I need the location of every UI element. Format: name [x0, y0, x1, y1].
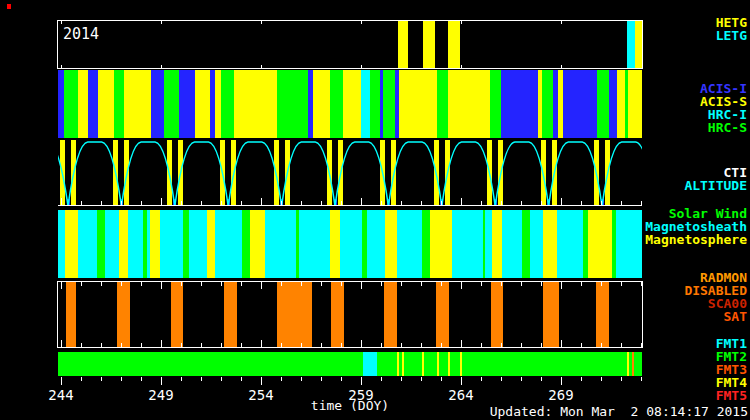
band-label-sca00: SCA00	[547, 297, 747, 310]
axis-tick	[461, 65, 462, 68]
axis-tick	[281, 201, 282, 205]
band-segment-yellow	[313, 70, 330, 138]
axis-tick	[421, 201, 422, 205]
band-segment-yellow	[250, 210, 265, 278]
band-label-fmt5: FMT5	[547, 389, 747, 402]
band-segment-yellow	[195, 70, 210, 138]
axis-tick	[281, 343, 282, 347]
chandra-schedule-plot: 2014 244249254259264269 time (DOY) Updat…	[0, 0, 750, 420]
axis-tick	[241, 201, 242, 205]
axis-tick	[401, 282, 402, 286]
band-segment-cyan	[397, 210, 422, 278]
year-label: 2014	[63, 25, 99, 43]
axis-tick	[141, 377, 142, 381]
band-segment-cyan	[215, 210, 242, 278]
axis-tick	[221, 201, 222, 205]
axis-tick	[481, 343, 482, 347]
band-segment-cyan	[299, 210, 330, 278]
axis-tick	[201, 201, 202, 205]
x-tick-label: 249	[141, 387, 181, 403]
band-segment-green	[64, 70, 78, 138]
band-segment-yellow	[385, 210, 397, 278]
axis-tick	[181, 282, 182, 286]
band-segment-cyan	[485, 210, 492, 278]
band-label-letg: LETG	[547, 29, 747, 42]
axis-tick	[281, 377, 282, 381]
axis-tick	[441, 343, 442, 347]
axis-tick	[101, 282, 102, 286]
band-segment-blue	[501, 70, 538, 138]
axis-tick	[241, 343, 242, 347]
axis-tick	[81, 282, 82, 286]
band-segment-cyan	[189, 210, 207, 278]
band-segment-yellow	[343, 70, 361, 138]
axis-tick	[481, 201, 482, 205]
axis-tick	[541, 201, 542, 205]
axis-tick	[401, 377, 402, 381]
axis-tick	[361, 377, 362, 385]
axis-tick	[101, 201, 102, 205]
axis-tick	[501, 282, 502, 286]
axis-tick	[521, 343, 522, 347]
axis-tick	[141, 343, 142, 347]
axis-tick	[481, 377, 482, 381]
axis-tick	[361, 65, 362, 68]
band-segment-green	[277, 70, 308, 138]
band-segment-orange	[436, 282, 449, 347]
axis-tick	[421, 282, 422, 286]
axis-tick	[441, 282, 442, 286]
axis-tick	[461, 282, 462, 289]
axis-tick	[261, 65, 262, 68]
band-segment-orange	[491, 282, 503, 347]
axis-tick	[161, 340, 162, 347]
axis-tick	[161, 65, 162, 68]
axis-tick	[441, 377, 442, 381]
axis-tick	[121, 377, 122, 381]
axis-tick	[81, 201, 82, 205]
axis-tick	[161, 21, 162, 24]
red-corner-mark	[7, 4, 11, 9]
x-tick-label: 264	[441, 387, 481, 403]
axis-tick	[141, 282, 142, 286]
band-segment-cyan	[340, 210, 362, 278]
band-segment-cyan	[128, 210, 143, 278]
axis-tick	[61, 340, 62, 347]
band-segment-yellow	[98, 70, 114, 138]
band-segment-yellow	[78, 70, 88, 138]
axis-tick	[581, 201, 582, 205]
band-segment-yellow	[448, 21, 460, 68]
band-segment-orange	[331, 282, 344, 347]
axis-tick	[61, 377, 62, 385]
band-stripe-yellow	[448, 352, 450, 376]
axis-tick	[641, 201, 642, 205]
band-segment-cyan	[502, 210, 522, 278]
axis-tick	[421, 377, 422, 381]
axis-tick	[541, 282, 542, 286]
axis-tick	[281, 282, 282, 286]
band-segment-orange	[277, 282, 312, 347]
band-segment-orange	[171, 282, 183, 347]
band-stripe-yellow	[460, 352, 462, 376]
band-segment-yellow	[423, 21, 435, 68]
axis-tick	[161, 282, 162, 289]
axis-tick	[61, 21, 62, 24]
axis-tick	[121, 201, 122, 205]
axis-tick	[481, 282, 482, 286]
axis-tick	[261, 282, 262, 289]
axis-tick	[241, 282, 242, 286]
axis-tick	[461, 340, 462, 347]
axis-tick	[221, 377, 222, 381]
axis-tick	[401, 201, 402, 205]
band-stripe-yellow	[422, 352, 424, 376]
band-segment-blue	[179, 70, 195, 138]
axis-tick	[561, 65, 562, 68]
axis-tick	[421, 343, 422, 347]
band-label-hrc-s: HRC-S	[547, 121, 747, 134]
axis-tick	[241, 377, 242, 381]
band-segment-green	[330, 70, 343, 138]
axis-tick	[101, 343, 102, 347]
axis-tick	[361, 198, 362, 205]
axis-tick	[521, 282, 522, 286]
axis-tick	[201, 282, 202, 286]
axis-tick	[321, 377, 322, 381]
